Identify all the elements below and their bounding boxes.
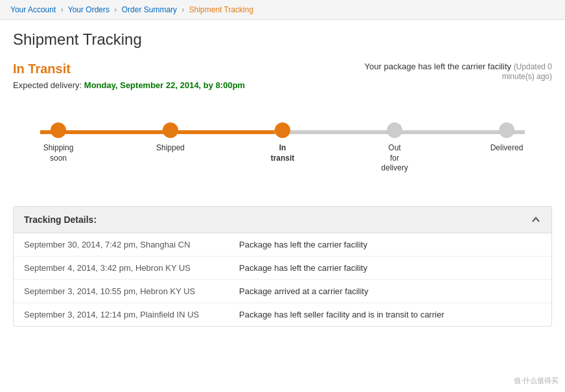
status-section: In Transit Expected delivery: Monday, Se…	[13, 62, 552, 97]
tracking-date-3: September 3, 2014, 12:14 pm, Plainfield …	[14, 303, 229, 326]
tracking-details-header[interactable]: Tracking Details:	[14, 207, 551, 233]
tracking-date-2: September 3, 2014, 10:55 pm, Hebron KY U…	[14, 279, 229, 303]
breadcrumb-your-account[interactable]: Your Account	[10, 5, 56, 14]
tracker-label-2: Shipped	[156, 143, 185, 154]
package-status-text: Your package has left the carrier facili…	[365, 62, 511, 71]
tracking-details: Tracking Details: September 30, 2014, 7:…	[13, 206, 552, 327]
tracker-label-5: Delivered	[490, 143, 524, 154]
tracker-step-shipping-soon: Shippingsoon	[32, 122, 84, 163]
breadcrumb-your-orders[interactable]: Your Orders	[68, 5, 110, 14]
tracking-date-0: September 30, 2014, 7:42 pm, Shanghai CN	[14, 233, 229, 257]
tracker-dot-3	[275, 122, 290, 138]
expected-date: Monday, September 22, 2014, by 8:00pm	[84, 80, 245, 90]
tracker-dot-4	[387, 122, 402, 138]
tracker-label-3: Intransit	[271, 143, 295, 163]
tracking-details-title: Tracking Details:	[24, 214, 97, 225]
status-right: Your package has left the carrier facili…	[332, 62, 552, 81]
tracker-dot-5	[499, 122, 514, 138]
page-content: Shipment Tracking In Transit Expected de…	[0, 20, 565, 337]
breadcrumb-separator-3: ›	[181, 5, 184, 14]
tracker: Shippingsoon Shipped Intransit Outfordel…	[32, 122, 533, 174]
tracking-table-row: September 30, 2014, 7:42 pm, Shanghai CN…	[14, 233, 551, 257]
page-title: Shipment Tracking	[13, 30, 552, 49]
tracking-event-3: Package has left seller facility and is …	[229, 303, 551, 326]
status-left: In Transit Expected delivery: Monday, Se…	[13, 62, 245, 90]
tracking-table-row: September 3, 2014, 10:55 pm, Hebron KY U…	[14, 279, 551, 303]
chevron-up-icon	[531, 214, 541, 225]
tracking-event-2: Package arrived at a carrier facility	[229, 279, 551, 303]
tracking-event-0: Package has left the carrier facility	[229, 233, 551, 257]
tracking-date-1: September 4, 2014, 3:42 pm, Hebron KY US	[14, 256, 229, 279]
tracking-table-row: September 3, 2014, 12:14 pm, Plainfield …	[14, 303, 551, 326]
expected-delivery: Expected delivery: Monday, September 22,…	[13, 80, 245, 90]
tracking-table-row: September 4, 2014, 3:42 pm, Hebron KY US…	[14, 256, 551, 279]
tracking-event-1: Package has left the carrier facility	[229, 256, 551, 279]
breadcrumb-current: Shipment Tracking	[189, 5, 253, 14]
breadcrumb-separator-1: ›	[61, 5, 63, 14]
tracker-section: Shippingsoon Shipped Intransit Outfordel…	[13, 110, 552, 193]
tracker-dot-2	[163, 122, 178, 138]
tracker-label-1: Shippingsoon	[43, 143, 74, 163]
breadcrumb: Your Account › Your Orders › Order Summa…	[0, 0, 565, 20]
tracker-label-4: Outfordelivery	[381, 143, 408, 174]
status-label: In Transit	[13, 62, 245, 76]
tracker-step-out-for-delivery: Outfordelivery	[369, 122, 421, 174]
breadcrumb-separator-2: ›	[114, 5, 117, 14]
tracker-step-shipped: Shipped	[144, 122, 196, 154]
expected-prefix: Expected delivery:	[13, 80, 84, 90]
breadcrumb-order-summary[interactable]: Order Summary	[122, 5, 177, 14]
tracker-dot-1	[51, 122, 66, 138]
tracker-step-delivered: Delivered	[481, 122, 533, 154]
tracking-table: September 30, 2014, 7:42 pm, Shanghai CN…	[14, 233, 551, 326]
tracker-step-in-transit: Intransit	[257, 122, 308, 163]
